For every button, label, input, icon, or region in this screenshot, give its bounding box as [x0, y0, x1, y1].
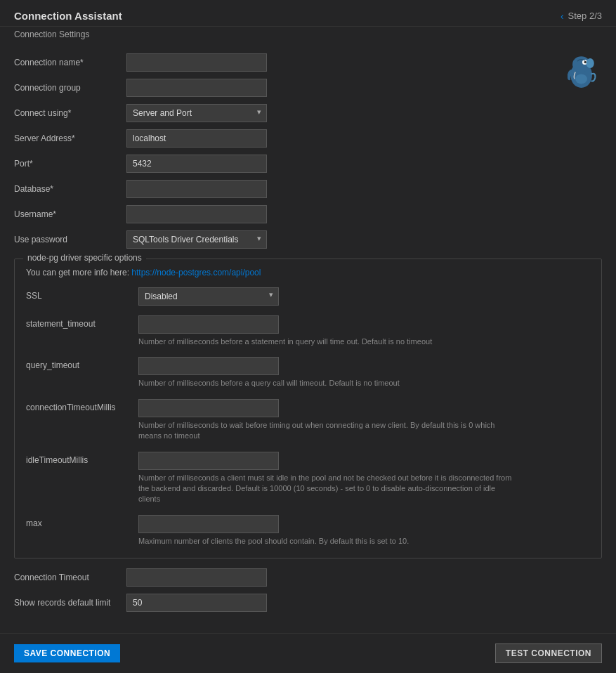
query-timeout-label: query_timeout [26, 357, 138, 370]
statement-timeout-input[interactable] [138, 315, 279, 334]
content-area: Connection name* Connection group Connec… [0, 46, 616, 633]
node-pg-section: node-pg driver specific options You can … [14, 259, 602, 558]
max-helper: Maximum number of clients the pool shoul… [138, 536, 518, 547]
idle-timeout-millis-input[interactable] [138, 452, 279, 470]
ssl-input-col: Disabled Enabled Reject Unauthorized [138, 287, 590, 306]
statement-timeout-col: Number of milliseconds before a statemen… [138, 315, 590, 347]
connect-using-wrapper: Server and Port Socket [126, 104, 267, 122]
node-pg-section-title: node-pg driver specific options [23, 253, 146, 263]
server-address-label: Server Address* [14, 133, 126, 143]
connection-name-row: Connection name* [14, 53, 602, 72]
conn-timeout-row: Connection Timeout [14, 568, 602, 587]
server-address-input[interactable] [126, 129, 267, 148]
connection-timeout-millis-label: connectionTimeoutMillis [26, 399, 138, 412]
connection-timeout-millis-helper: Number of milliseconds to wait before ti… [138, 420, 518, 442]
use-password-wrapper: SQLTools Driver Credentials Ask on conne… [126, 230, 267, 249]
show-records-input[interactable] [126, 594, 267, 612]
statement-timeout-helper: Number of milliseconds before a statemen… [138, 336, 518, 347]
username-row: Username* [14, 205, 602, 223]
connection-name-input[interactable] [126, 53, 267, 72]
connect-using-select[interactable]: Server and Port Socket [126, 104, 267, 122]
info-text: You can get more info here: [26, 268, 131, 277]
query-timeout-col: Number of milliseconds before a query ca… [138, 357, 590, 388]
ssl-select[interactable]: Disabled Enabled Reject Unauthorized [138, 287, 279, 306]
connection-group-input[interactable] [126, 79, 267, 97]
connection-timeout-millis-input[interactable] [138, 399, 279, 417]
back-arrow-icon[interactable]: ‹ [561, 11, 564, 22]
idle-timeout-millis-col: Number of milliseconds a client must sit… [138, 452, 590, 505]
connection-timeout-millis-row: connectionTimeoutMillis Number of millis… [26, 399, 590, 442]
conn-timeout-label: Connection Timeout [14, 573, 126, 582]
use-password-row: Use password SQLTools Driver Credentials… [14, 230, 602, 249]
idle-timeout-millis-helper: Number of milliseconds a client must sit… [138, 473, 518, 505]
connect-using-row: Connect using* Server and Port Socket [14, 104, 602, 122]
port-row: Port* [14, 155, 602, 173]
footer: SAVE CONNECTION TEST CONNECTION [0, 633, 616, 673]
statement-timeout-row: statement_timeout Number of milliseconds… [26, 315, 590, 347]
show-records-label: Show records default limit [14, 598, 126, 608]
database-label: Database* [14, 184, 126, 194]
max-col: Maximum number of clients the pool shoul… [138, 515, 590, 547]
query-timeout-helper: Number of milliseconds before a query ca… [138, 378, 518, 388]
port-label: Port* [14, 159, 126, 169]
info-link-row: You can get more info here: https://node… [26, 268, 590, 277]
step-indicator: ‹ Step 2/3 [561, 11, 602, 22]
statement-timeout-label: statement_timeout [26, 315, 138, 329]
info-link[interactable]: https://node-postgres.com/api/pool [131, 268, 261, 277]
query-timeout-input[interactable] [138, 357, 279, 375]
username-label: Username* [14, 209, 126, 219]
sub-header: Connection Settings [0, 27, 616, 46]
connection-name-label: Connection name* [14, 58, 126, 67]
database-input[interactable] [126, 180, 267, 198]
use-password-select[interactable]: SQLTools Driver Credentials Ask on conne… [126, 230, 267, 249]
max-input[interactable] [138, 515, 279, 533]
step-label: Step 2/3 [568, 11, 602, 21]
ssl-row: SSL Disabled Enabled Reject Unauthorized [26, 287, 590, 306]
max-label: max [26, 515, 138, 528]
svg-point-5 [575, 74, 587, 84]
database-row: Database* [14, 180, 602, 198]
ssl-select-wrapper: Disabled Enabled Reject Unauthorized [138, 287, 279, 306]
svg-point-3 [584, 61, 586, 64]
ssl-label: SSL [26, 287, 138, 301]
save-connection-button[interactable]: SAVE CONNECTION [14, 644, 120, 662]
connection-settings-label: Connection Settings [14, 30, 89, 39]
connection-group-row: Connection group [14, 79, 602, 97]
query-timeout-row: query_timeout Number of milliseconds bef… [26, 357, 590, 388]
connection-timeout-millis-col: Number of milliseconds to wait before ti… [138, 399, 590, 442]
conn-timeout-input[interactable] [126, 568, 267, 587]
use-password-label: Use password [14, 235, 126, 244]
connect-using-label: Connect using* [14, 108, 126, 118]
max-row: max Maximum number of clients the pool s… [26, 515, 590, 547]
server-address-row: Server Address* [14, 129, 602, 148]
idle-timeout-millis-row: idleTimeoutMillis Number of milliseconds… [26, 452, 590, 505]
connection-group-label: Connection group [14, 83, 126, 93]
show-records-row: Show records default limit [14, 594, 602, 612]
page-title: Connection Assistant [14, 10, 122, 22]
pg-logo [563, 53, 602, 93]
header: Connection Assistant ‹ Step 2/3 [0, 0, 616, 27]
test-connection-button[interactable]: TEST CONNECTION [495, 643, 602, 663]
svg-point-4 [586, 58, 594, 68]
port-input[interactable] [126, 155, 267, 173]
username-input[interactable] [126, 205, 267, 223]
idle-timeout-millis-label: idleTimeoutMillis [26, 452, 138, 465]
